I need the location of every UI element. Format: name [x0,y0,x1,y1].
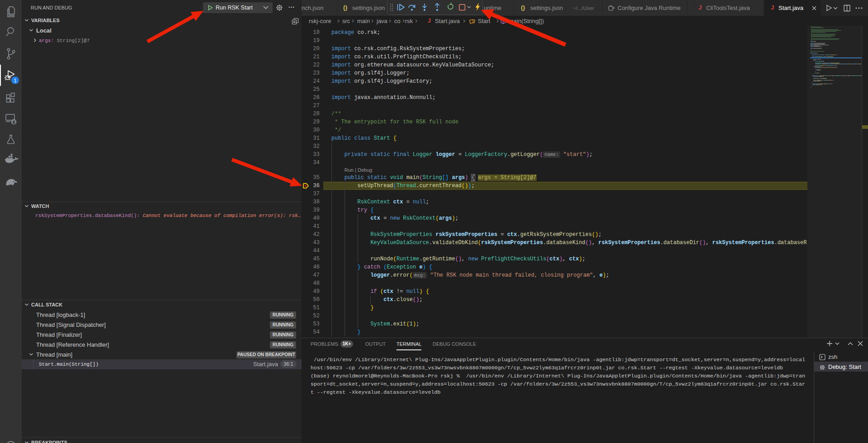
svg-text:1: 1 [14,78,16,83]
